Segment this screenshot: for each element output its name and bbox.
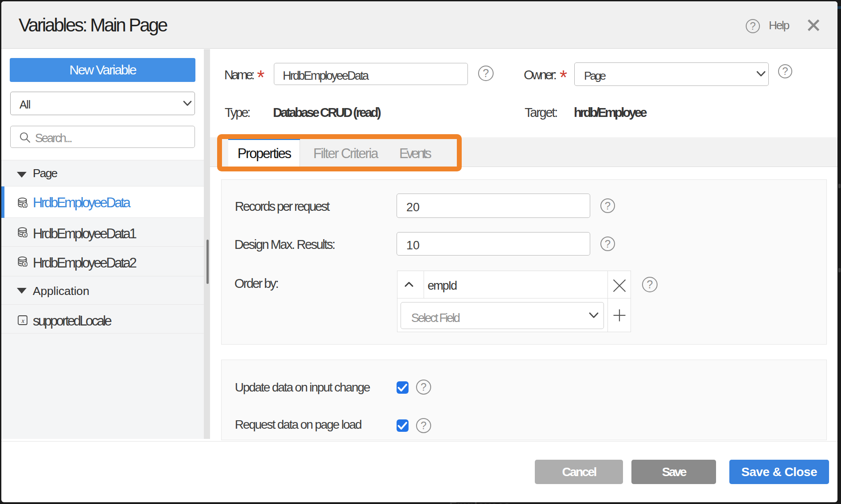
svg-text:x: x	[23, 232, 27, 237]
svg-text:x: x	[21, 318, 25, 324]
svg-text:x: x	[23, 202, 27, 208]
svg-text:x: x	[23, 261, 27, 267]
